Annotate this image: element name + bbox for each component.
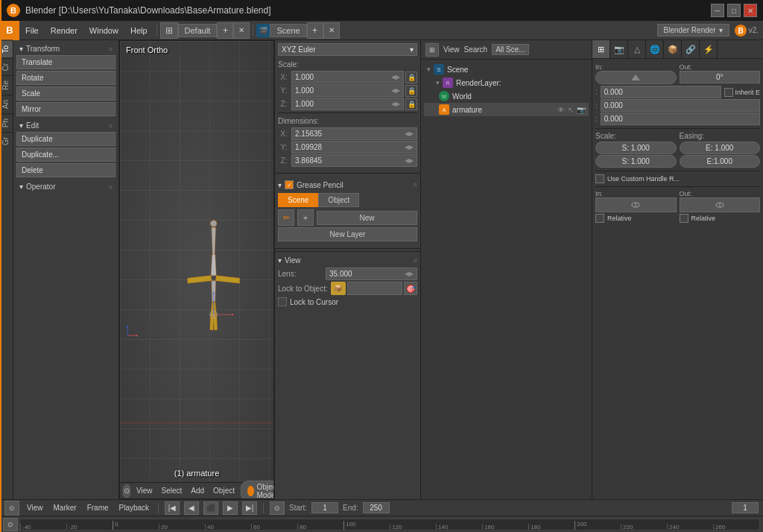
tab-create[interactable]: Cr: [0, 58, 13, 76]
gp-scene-tab[interactable]: Scene: [278, 193, 318, 207]
tl-start-val[interactable]: 1: [311, 502, 338, 513]
maximize-btn[interactable]: □: [727, 4, 741, 17]
lens-field[interactable]: 35.000 ◀▶: [326, 267, 417, 280]
duplicate-btn[interactable]: Duplicate: [16, 132, 115, 146]
fr-in-val[interactable]: [595, 71, 677, 84]
mirror-btn[interactable]: Mirror: [16, 102, 115, 116]
arm-cursor-icon[interactable]: ↖: [568, 106, 574, 114]
outliner-view-btn[interactable]: View: [443, 45, 460, 54]
edit-header[interactable]: ▾ Edit ≡: [16, 120, 115, 131]
gp-checkbox[interactable]: ✓: [285, 180, 294, 189]
scene-close-btn[interactable]: ✕: [323, 22, 340, 39]
gp-new-btn[interactable]: New: [317, 211, 417, 225]
fr-e2[interactable]: E:1.000: [680, 155, 761, 168]
scale-z-lock[interactable]: 🔒: [405, 98, 417, 110]
tl-end-val[interactable]: 250: [363, 502, 390, 513]
scale-x-val[interactable]: 1.000 ◀▶: [291, 71, 404, 83]
minimize-btn[interactable]: ─: [711, 4, 724, 17]
tree-item-renderlayer[interactable]: ▾ R RenderLayer:: [424, 76, 589, 89]
fr-tab-6[interactable]: 🔗: [682, 40, 700, 58]
fr-tab-3[interactable]: △: [628, 40, 646, 58]
gp-add-icon[interactable]: +: [297, 209, 314, 226]
fr-bone-out-icon[interactable]: [680, 197, 761, 212]
layout-name[interactable]: Default: [178, 24, 218, 37]
fr-handle-checkbox[interactable]: [595, 174, 604, 183]
dim-y-val[interactable]: 1.09928 ◀▶: [291, 141, 417, 153]
render-engine-dropdown[interactable]: Blender Render ▾: [657, 24, 729, 37]
dim-x-val[interactable]: 2.15635 ◀▶: [291, 127, 417, 140]
fr-s1[interactable]: S: 1.000: [595, 142, 677, 154]
inherit-checkbox[interactable]: [724, 88, 733, 97]
menu-window[interactable]: Window: [83, 23, 124, 38]
fr-tab-5[interactable]: 📦: [664, 40, 682, 58]
tl-play-back[interactable]: ◀: [184, 501, 199, 515]
lock-object-picker[interactable]: 🎯: [404, 282, 417, 295]
menu-file[interactable]: File: [19, 23, 45, 38]
fr-s2[interactable]: S: 1.000: [595, 155, 677, 168]
fr-tab-7[interactable]: ⚡: [700, 40, 718, 58]
tl-view-btn[interactable]: View: [24, 504, 46, 512]
fr-e1[interactable]: E: 1.000: [680, 142, 761, 154]
fr-colon-2-val[interactable]: 0.000: [601, 99, 760, 112]
delete-btn[interactable]: Delete: [16, 163, 115, 177]
tl-playback-btn[interactable]: Playback: [116, 504, 153, 512]
scale-y-val[interactable]: 1.000 ◀▶: [291, 84, 404, 97]
dim-z-val[interactable]: 3.86845 ◀▶: [291, 154, 417, 167]
fr-colon-3-val[interactable]: 0.000: [601, 113, 760, 125]
close-btn[interactable]: ✕: [744, 4, 757, 17]
tab-physics[interactable]: Ph: [0, 113, 13, 132]
transform-header[interactable]: ▾ Transform ≡: [16, 43, 115, 54]
operator-header[interactable]: ▾ Operator ≡: [16, 181, 115, 192]
fr-tab-2[interactable]: 📷: [610, 40, 628, 58]
tab-grease[interactable]: Gr: [0, 132, 13, 150]
tab-animation[interactable]: An: [0, 95, 13, 113]
layout-close-btn[interactable]: ✕: [233, 22, 250, 39]
euler-dropdown[interactable]: XYZ Euler ▾: [278, 43, 417, 56]
rotate-btn[interactable]: Rotate: [16, 71, 115, 85]
tree-item-world[interactable]: W World: [424, 89, 589, 103]
lock-cursor-checkbox[interactable]: [278, 297, 287, 306]
tree-item-armature[interactable]: A armature 👁 ↖ 📷: [424, 103, 589, 116]
fr-rel-1-cb[interactable]: [595, 214, 604, 223]
layout-add-btn[interactable]: +: [217, 22, 233, 39]
scale-y-lock[interactable]: 🔒: [405, 85, 417, 97]
arm-eye-icon[interactable]: 👁: [557, 106, 565, 114]
scene-add-btn[interactable]: +: [307, 22, 323, 39]
outliner-search-btn[interactable]: Search: [464, 45, 488, 54]
vp-select-btn[interactable]: Select: [159, 487, 186, 495]
gp-new-layer-btn[interactable]: New Layer: [278, 227, 417, 241]
translate-btn[interactable]: Translate: [16, 55, 115, 69]
fr-rel-2-cb[interactable]: [680, 214, 688, 223]
viewport[interactable]: Front Ortho: [119, 40, 274, 499]
vp-view-btn[interactable]: View: [133, 487, 156, 495]
fr-colon-1-val[interactable]: 0.000: [601, 86, 722, 98]
layout-icon-btn[interactable]: ⊞: [160, 22, 178, 39]
arm-render-icon[interactable]: 📷: [577, 106, 586, 114]
duplicate-linked-btn[interactable]: Duplicate...: [16, 148, 115, 162]
lock-object-input[interactable]: [347, 282, 402, 295]
scene-name[interactable]: Scene: [270, 24, 306, 37]
vp-icon-btn[interactable]: ⊙: [123, 484, 130, 498]
object-mode-dropdown[interactable]: Object Mode ▾: [241, 481, 274, 500]
outliner-scope-btn[interactable]: All Sce...: [492, 44, 528, 55]
ruler-track[interactable]: -40 -20 0 20 40 60 80 100: [19, 519, 760, 531]
fr-out-val[interactable]: 0°: [680, 71, 761, 83]
tab-tools[interactable]: To: [0, 40, 13, 58]
fr-tab-1[interactable]: ⊞: [592, 40, 610, 58]
tab-relations[interactable]: Re: [0, 75, 13, 95]
tl-next-key[interactable]: ▶|: [242, 501, 257, 515]
scale-x-lock[interactable]: 🔒: [405, 72, 417, 83]
menu-help[interactable]: Help: [124, 23, 153, 38]
menu-render[interactable]: Render: [45, 23, 83, 38]
tl-current-val[interactable]: 1: [732, 502, 759, 513]
tl-stop[interactable]: ⬛: [203, 501, 218, 515]
fr-bone-in-icon[interactable]: [595, 197, 677, 212]
vp-add-btn[interactable]: Add: [188, 487, 207, 495]
tl-marker-btn[interactable]: Marker: [51, 504, 80, 512]
fr-tab-4[interactable]: 🌐: [646, 40, 664, 58]
tl-frame-btn[interactable]: Frame: [84, 504, 112, 512]
tl-play[interactable]: ▶: [223, 501, 238, 515]
scale-btn[interactable]: Scale: [16, 86, 115, 101]
tree-item-scene[interactable]: ▾ S Scene: [424, 63, 589, 76]
tl-prev-key[interactable]: |◀: [165, 501, 180, 515]
